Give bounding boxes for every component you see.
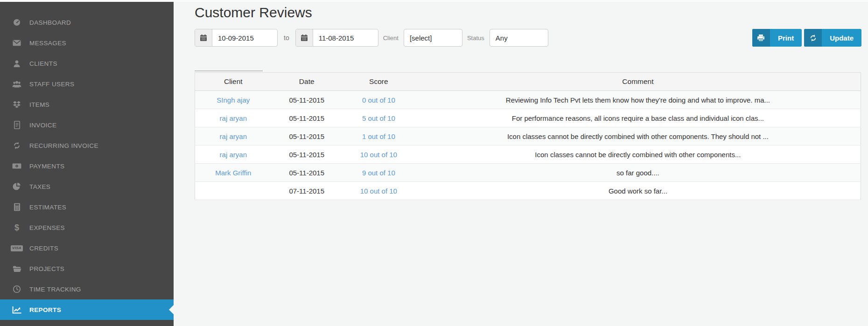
sidebar-item-label: STAFF USERS [29, 81, 74, 88]
calendar-icon [195, 29, 212, 46]
sidebar-item-credits[interactable]: VISACREDITS [0, 238, 174, 258]
sidebar-item-label: PAYMENTS [29, 163, 64, 170]
sidebar-item-time-tracking[interactable]: TIME TRACKING [0, 279, 174, 299]
table-row: raj aryan05-11-20155 out of 10For perfor… [195, 109, 861, 127]
calendar-icon [296, 29, 313, 46]
cell-client[interactable]: raj aryan [195, 127, 272, 146]
reviews-table-head-row: ClientDateScoreComment [195, 73, 861, 91]
users-group-icon [10, 80, 23, 88]
cell-date: 05-11-2015 [272, 164, 342, 182]
cell-comment: Icon classes cannot be directly combined… [415, 127, 861, 146]
calculator-icon [10, 203, 23, 211]
sidebar-item-staff-users[interactable]: STAFF USERS [0, 74, 174, 94]
sidebar-item-label: ITEMS [29, 101, 49, 108]
sort-indicator-bar [195, 70, 263, 71]
cell-score[interactable]: 5 out of 10 [342, 109, 415, 127]
refresh-icon [804, 29, 822, 47]
update-button[interactable]: Update [804, 29, 861, 47]
sidebar-item-taxes[interactable]: TAXES [0, 176, 174, 197]
line-chart-icon [10, 306, 23, 314]
status-select-value: Any [496, 34, 508, 42]
date-from-group [195, 29, 278, 47]
sidebar-item-projects[interactable]: PROJECTS [0, 258, 174, 279]
sidebar-item-label: REPORTS [29, 306, 61, 313]
folder-icon [10, 265, 23, 272]
status-filter-label: Status [467, 35, 484, 42]
sidebar-item-label: INVOICE [29, 122, 56, 129]
column-header-client[interactable]: Client [195, 73, 272, 91]
table-row: 07-11-201510 out of 10Good work so far..… [195, 182, 861, 200]
sidebar-item-label: TIME TRACKING [29, 286, 81, 293]
update-button-label: Update [822, 29, 861, 47]
cell-comment: Icon classes cannot be directly combined… [415, 146, 861, 164]
user-icon [10, 60, 23, 68]
table-row: raj aryan05-11-20151 out of 10Icon class… [195, 127, 861, 146]
money-bill-icon [10, 163, 23, 169]
cell-client [195, 182, 272, 200]
status-select[interactable]: Any [490, 29, 548, 47]
reviews-table: ClientDateScoreComment SIngh ajay05-11-2… [195, 72, 861, 200]
reviews-table-body: SIngh ajay05-11-20150 out of 10Reviewing… [195, 91, 861, 200]
sidebar-item-estimates[interactable]: ESTIMATES [0, 197, 174, 217]
sidebar-item-clients[interactable]: CLIENTS [0, 53, 174, 74]
client-filter-label: Client [383, 35, 399, 42]
cell-client[interactable]: SIngh ajay [195, 91, 272, 109]
page-title: Customer Reviews [195, 5, 312, 21]
cell-client[interactable]: raj aryan [195, 109, 272, 127]
cell-comment: Reviewing Info Tech Pvt lets them know h… [415, 91, 861, 109]
date-to-input[interactable] [313, 29, 378, 46]
cell-comment: Good work so far... [415, 182, 861, 200]
cell-score[interactable]: 0 out of 10 [342, 91, 415, 109]
refresh-icon [10, 141, 23, 150]
table-row: Mark Griffin05-11-20159 out of 10so far … [195, 164, 861, 182]
cell-date: 07-11-2015 [272, 182, 342, 200]
envelope-icon [10, 40, 23, 46]
sidebar-item-label: PROJECTS [29, 265, 64, 272]
sidebar-item-label: MESSAGES [29, 40, 66, 47]
cell-score[interactable]: 10 out of 10 [342, 182, 415, 200]
cell-date: 05-11-2015 [272, 146, 342, 164]
column-header-date[interactable]: Date [272, 73, 342, 91]
printer-icon [752, 29, 770, 47]
cell-comment: so far good.... [415, 164, 861, 182]
sidebar-item-reports[interactable]: REPORTS [0, 299, 174, 320]
cell-score[interactable]: 10 out of 10 [342, 146, 415, 164]
sidebar-item-label: TAXES [29, 183, 50, 190]
pie-chart-icon [10, 182, 23, 191]
sidebar-item-label: CREDITS [29, 245, 58, 252]
column-header-comment[interactable]: Comment [415, 73, 861, 91]
cell-score[interactable]: 1 out of 10 [342, 127, 415, 146]
clock-icon [10, 285, 23, 293]
sidebar-item-dashboard[interactable]: DASHBOARD [0, 12, 174, 33]
dollar-icon: $ [10, 223, 23, 232]
print-button-label: Print [770, 29, 802, 47]
table-row: SIngh ajay05-11-20150 out of 10Reviewing… [195, 91, 861, 109]
sidebar-item-invoice[interactable]: INVOICE [0, 115, 174, 135]
cell-comment: For performance reasons, all icons requi… [415, 109, 861, 127]
client-select[interactable]: [select] [404, 29, 462, 47]
cell-date: 05-11-2015 [272, 127, 342, 146]
sidebar-item-label: ESTIMATES [29, 204, 66, 211]
date-from-input[interactable] [212, 29, 277, 46]
sidebar-item-label: EXPENSES [29, 224, 65, 231]
sidebar-item-expenses[interactable]: $EXPENSES [0, 217, 174, 238]
client-select-value: [select] [410, 34, 432, 42]
column-header-score[interactable]: Score [342, 73, 415, 91]
visa-card-icon: VISA [10, 245, 23, 251]
sidebar-item-payments[interactable]: PAYMENTS [0, 156, 174, 176]
sidebar-item-items[interactable]: ITEMS [0, 94, 174, 115]
sidebar-item-recurring-invoice[interactable]: RECURRING INVOICE [0, 135, 174, 156]
table-row: raj aryan05-11-201510 out of 10Icon clas… [195, 146, 861, 164]
to-label: to [284, 34, 289, 42]
cell-client[interactable]: raj aryan [195, 146, 272, 164]
sidebar-nav: DASHBOARDMESSAGESCLIENTSSTAFF USERSITEMS… [0, 2, 174, 320]
cell-client[interactable]: Mark Griffin [195, 164, 272, 182]
dropbox-icon [10, 101, 23, 109]
dashboard-gauge-icon [10, 18, 23, 27]
date-to-group [295, 29, 378, 47]
print-button[interactable]: Print [752, 29, 802, 47]
sidebar-item-messages[interactable]: MESSAGES [0, 33, 174, 53]
cell-score[interactable]: 9 out of 10 [342, 164, 415, 182]
sidebar-item-label: DASHBOARD [29, 19, 71, 26]
cell-date: 05-11-2015 [272, 109, 342, 127]
